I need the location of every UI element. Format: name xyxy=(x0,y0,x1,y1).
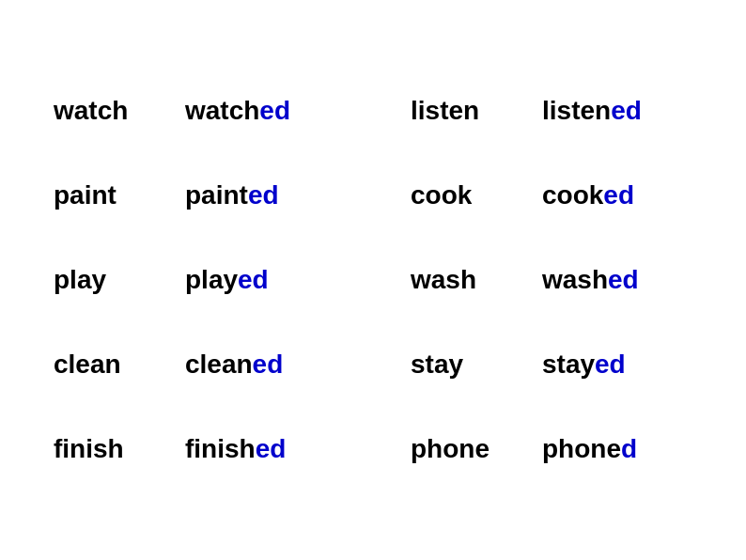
past-word-cooked: cooked xyxy=(542,180,692,210)
past-word-cleaned: cleaned xyxy=(185,350,335,380)
base-word-phone: phone xyxy=(411,434,533,464)
base-word-wash: wash xyxy=(411,265,533,295)
base-word-finish: finish xyxy=(54,434,176,464)
past-word-played: played xyxy=(185,265,335,295)
past-word-finished: finished xyxy=(185,434,335,464)
base-word-clean: clean xyxy=(54,350,176,380)
base-word-paint: paint xyxy=(54,180,176,210)
base-word-watch: watch xyxy=(54,96,176,126)
past-word-listened: listened xyxy=(542,96,692,126)
base-word-listen: listen xyxy=(411,96,533,126)
past-word-washed: washed xyxy=(542,265,692,295)
past-word-watched: watched xyxy=(185,96,335,126)
base-word-play: play xyxy=(54,265,176,295)
past-word-stayed: stayed xyxy=(542,350,692,380)
base-word-cook: cook xyxy=(411,180,533,210)
base-word-stay: stay xyxy=(411,350,533,380)
word-grid: watch watched listen listened paint pain… xyxy=(25,50,721,510)
past-word-painted: painted xyxy=(185,180,335,210)
past-word-phoned: phoned xyxy=(542,434,692,464)
